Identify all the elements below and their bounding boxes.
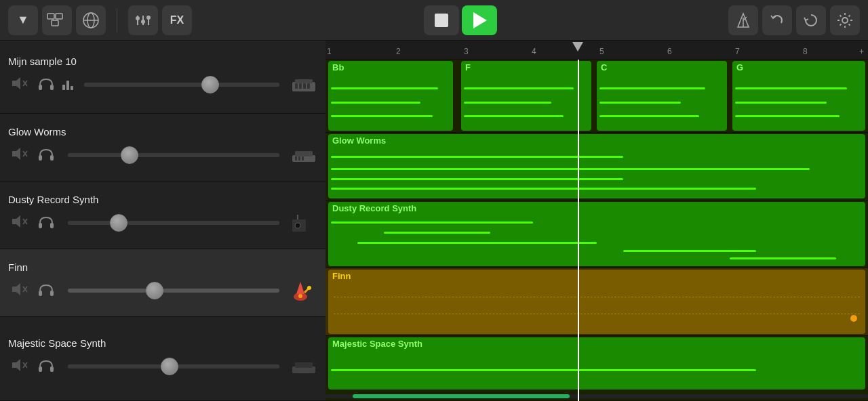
clip-label-majestic-space-synth: Majestic Space Synth — [328, 337, 865, 350]
instrument-icon-majestic-space-synth — [290, 353, 317, 380]
mute-button-finn[interactable] — [8, 281, 30, 301]
svg-rect-46 — [50, 291, 54, 296]
track-lane-majestic-space-synth[interactable]: Majestic Space Synth — [326, 336, 868, 401]
svg-rect-1 — [56, 14, 62, 19]
clip-glow-worms[interactable]: Glow Worms — [328, 134, 865, 198]
scrollbar-thumb[interactable] — [353, 394, 570, 398]
clip-lines-majestic-space-synth — [328, 350, 865, 389]
metronome-icon — [734, 11, 753, 30]
ruler-mark-6: 6 — [667, 47, 672, 56]
clip-c[interactable]: C — [597, 61, 727, 131]
mute-button-majestic-space-synth[interactable] — [8, 357, 30, 377]
clip-label-g: G — [732, 61, 865, 74]
loop-button[interactable] — [42, 5, 72, 35]
track-header-dusty-record-synth: Dusty Record Synth — [0, 182, 326, 249]
svg-rect-32 — [295, 156, 297, 161]
volume-thumb-majestic-space-synth[interactable] — [161, 358, 178, 375]
track-lane-finn[interactable]: Finn — [326, 268, 868, 336]
ruler-mark-8: 8 — [803, 47, 808, 56]
ruler-mark-plus: + — [859, 47, 864, 56]
dropdown-button[interactable]: ▼ — [8, 5, 38, 35]
playhead-triangle — [572, 42, 583, 51]
clip-bb[interactable]: Bb — [328, 61, 453, 131]
track-lanes: 1 2 3 4 5 6 7 8 + — [326, 41, 868, 401]
volume-thumb-finn[interactable] — [146, 282, 163, 299]
ruler-mark-5: 5 — [599, 47, 604, 56]
clip-dusty-record-synth[interactable]: Dusty Record Synth — [328, 202, 865, 266]
svg-point-9 — [136, 16, 140, 20]
svg-rect-19 — [50, 85, 54, 90]
fx-button[interactable]: FX — [162, 5, 192, 35]
play-icon — [473, 12, 487, 28]
track-lane-mijn-sample-10[interactable]: Bb F — [326, 60, 868, 133]
toolbar-mixer-group: FX — [128, 5, 192, 35]
toolbar-separator-1 — [117, 8, 117, 33]
stop-button[interactable] — [424, 5, 459, 35]
eq-icon-mijn-sample-10 — [62, 79, 73, 90]
volume-thumb-dusty-record-synth[interactable] — [110, 214, 127, 232]
clip-lines-finn — [328, 282, 865, 334]
headphones-button-finn[interactable] — [35, 281, 57, 301]
loop2-icon — [802, 11, 821, 30]
headphones-button-majestic-space-synth[interactable] — [35, 357, 57, 377]
volume-slider-glow-worms[interactable] — [68, 153, 279, 157]
play-button[interactable] — [462, 5, 497, 35]
toolbar: ▼ FX — [0, 0, 868, 41]
playhead — [578, 60, 579, 401]
stop-icon — [435, 14, 448, 27]
track-controls-finn — [8, 277, 317, 304]
toolbar-left-group: ▼ — [8, 5, 106, 35]
instrument-icon-mijn-sample-10 — [290, 71, 317, 98]
clip-majestic-space-synth[interactable]: Majestic Space Synth — [328, 337, 865, 389]
clip-lines-c — [597, 74, 727, 131]
volume-slider-majestic-space-synth[interactable] — [68, 364, 279, 368]
headphones-button-glow-worms[interactable] — [35, 146, 57, 165]
svg-rect-25 — [307, 83, 310, 89]
clip-lines-glow-worms — [328, 147, 865, 198]
headphones-button-dusty-record-synth[interactable] — [35, 213, 57, 233]
track-lane-dusty-record-synth[interactable]: Dusty Record Synth — [326, 200, 868, 268]
clip-finn[interactable]: Finn — [328, 270, 865, 334]
volume-slider-finn[interactable] — [68, 289, 279, 293]
main-area: Mijn sample 10 — [0, 41, 868, 401]
settings-button[interactable] — [830, 5, 860, 35]
clip-label-bb: Bb — [328, 61, 453, 74]
volume-thumb-glow-worms[interactable] — [121, 146, 138, 164]
toolbar-right-group — [728, 5, 860, 35]
svg-rect-21 — [295, 79, 313, 83]
svg-rect-22 — [295, 83, 298, 89]
svg-point-10 — [141, 20, 145, 24]
mixer-button[interactable] — [128, 5, 158, 35]
svg-rect-28 — [39, 155, 42, 161]
clip-g[interactable]: G — [732, 61, 865, 131]
undo-button[interactable] — [762, 5, 792, 35]
loop2-button[interactable] — [796, 5, 826, 35]
volume-slider-dusty-record-synth[interactable] — [68, 221, 279, 225]
svg-rect-37 — [39, 223, 42, 228]
headphones-button-mijn-sample-10[interactable] — [35, 75, 57, 95]
volume-slider-mijn-sample-10[interactable] — [84, 83, 279, 87]
track-lane-glow-worms[interactable]: Glow Worms — [326, 133, 868, 200]
svg-point-51 — [307, 286, 311, 290]
svg-rect-57 — [295, 362, 313, 368]
svg-rect-18 — [39, 85, 42, 90]
clip-lines-dusty-record-synth — [328, 215, 865, 266]
mute-button-mijn-sample-10[interactable] — [8, 75, 30, 95]
metronome-button[interactable] — [728, 5, 758, 35]
loop-icon — [46, 11, 68, 30]
svg-rect-54 — [39, 366, 42, 372]
svg-rect-34 — [302, 156, 304, 161]
volume-thumb-mijn-sample-10[interactable] — [201, 76, 219, 93]
track-name-dusty-record-synth: Dusty Record Synth — [8, 194, 317, 205]
track-name-finn: Finn — [8, 261, 317, 273]
ruler-mark-3: 3 — [464, 47, 469, 56]
mute-button-glow-worms[interactable] — [8, 146, 30, 165]
mute-button-dusty-record-synth[interactable] — [8, 213, 30, 233]
svg-rect-33 — [298, 156, 300, 161]
clip-f[interactable]: F — [461, 61, 591, 131]
instrument-icon-finn — [290, 277, 317, 304]
globe-button[interactable] — [76, 5, 106, 35]
horizontal-scrollbar[interactable] — [326, 394, 868, 398]
instrument-icon-glow-worms — [290, 142, 317, 169]
track-header-glow-worms: Glow Worms — [0, 114, 326, 182]
